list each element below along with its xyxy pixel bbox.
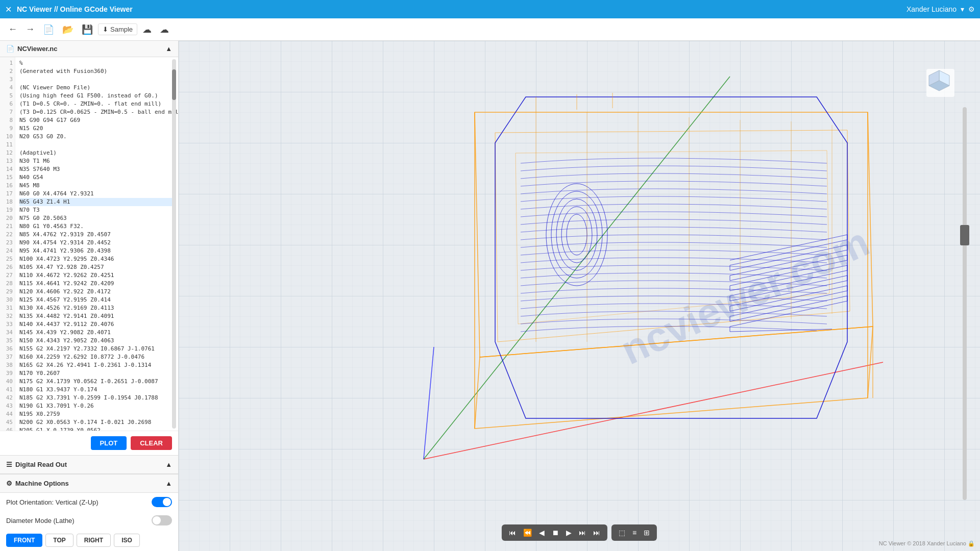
view-btn-top[interactable]: TOP — [45, 534, 73, 547]
line-numbers: 1234567891011121314151617181920212223242… — [0, 57, 15, 431]
clear-button[interactable]: CLEAR — [131, 436, 172, 450]
step-back-button[interactable]: ⏪ — [520, 527, 535, 539]
skip-start-button[interactable]: ⏮ — [506, 527, 519, 539]
play-button[interactable]: ▶ — [563, 527, 575, 539]
back-button[interactable]: ← — [5, 22, 20, 37]
step-forward-button[interactable]: ⏭ — [576, 527, 589, 539]
machine-options-label: Machine Options — [15, 480, 69, 487]
diameter-mode-toggle[interactable] — [152, 515, 172, 525]
forward-button[interactable]: → — [22, 22, 38, 37]
code-line: N105 X4.47 Y2.928 Z0.4257 — [19, 263, 174, 271]
code-line: (T3 D=0.125 CR=0.0625 - ZMIN=0.5 - ball … — [19, 108, 174, 116]
titlebar: ✕ NC Viewer // Online GCode Viewer Xande… — [0, 0, 980, 18]
line-number: 1 — [4, 59, 13, 67]
line-number: 11 — [4, 141, 13, 149]
code-line: N80 G1 Y0.4563 F32. — [19, 222, 174, 231]
code-line: N185 G2 X3.7391 Y-0.2599 I-0.1954 J0.178… — [19, 394, 174, 402]
code-line: N195 X0.2759 — [19, 410, 174, 418]
code-line: N60 G0 X4.4764 Y2.9321 — [19, 190, 174, 198]
plot-orientation-toggle[interactable] — [152, 497, 172, 507]
line-number: 5 — [4, 92, 13, 100]
code-line: N145 X4.439 Y2.9082 Z0.4071 — [19, 329, 174, 337]
code-line — [19, 76, 174, 84]
machine-options-collapse-icon[interactable]: ▲ — [165, 480, 172, 487]
toolbar: ← → 📄 📂 💾 ⬇ Sample ☁ ☁ — [0, 18, 980, 41]
code-line: N35 S7640 M3 — [19, 165, 174, 173]
collapse-code-icon[interactable]: ▲ — [165, 45, 172, 53]
line-number: 37 — [4, 353, 13, 361]
3d-cube-widget[interactable] — [924, 66, 954, 97]
skip-end-button[interactable]: ⏭ — [590, 527, 603, 539]
view-btn-front[interactable]: FRONT — [6, 534, 42, 547]
machine-options-icon: ⚙ — [6, 480, 12, 487]
plot-orientation-label: Plot Orientation: Vertical (Z-Up) — [6, 498, 99, 506]
view-btn-iso[interactable]: ISO — [114, 534, 140, 547]
svg-rect-1 — [179, 41, 980, 551]
viewport[interactable]: ncviewer.com — [179, 41, 980, 551]
cloud1-button[interactable]: ☁ — [139, 22, 155, 37]
main-layout: 📄 NCViewer.nc ▲ 123456789101112131415161… — [0, 41, 980, 551]
code-line — [19, 141, 174, 149]
line-number: 10 — [4, 133, 13, 141]
copyright: NC Viewer © 2018 Xander Luciano 🔒 — [879, 540, 975, 547]
grid-view-button[interactable]: ⊞ — [641, 527, 653, 539]
line-number: 46 — [4, 427, 13, 431]
zoom-track[interactable] — [963, 107, 967, 500]
view-buttons-row: FRONTTOPRIGHTISO — [0, 530, 178, 551]
view-type-controls: ⬚ ≡ ⊞ — [611, 524, 657, 541]
line-number: 24 — [4, 247, 13, 255]
line-number: 34 — [4, 329, 13, 337]
settings-icon[interactable]: ⚙ — [968, 5, 975, 13]
close-icon[interactable]: ✕ — [5, 5, 12, 14]
view-btn-right[interactable]: RIGHT — [77, 534, 111, 547]
machine-options-header[interactable]: ⚙ Machine Options ▲ — [0, 474, 178, 493]
code-line: N30 T1 M6 — [19, 157, 174, 165]
stop-button[interactable]: ⏹ — [549, 527, 562, 539]
save-button[interactable]: 💾 — [79, 22, 96, 37]
list-view-button[interactable]: ≡ — [629, 527, 640, 539]
code-line: N205 G1 X-0.1739 Y0.0562 — [19, 427, 174, 431]
line-number: 44 — [4, 410, 13, 418]
code-editor-header[interactable]: 📄 NCViewer.nc ▲ — [0, 41, 178, 57]
code-line: N190 G1 X3.7091 Y-0.26 — [19, 402, 174, 410]
code-line: N150 X4.4343 Y2.9052 Z0.4063 — [19, 337, 174, 345]
code-line: N115 X4.4641 Y2.9242 Z0.4209 — [19, 280, 174, 288]
line-number: 32 — [4, 312, 13, 320]
code-line: N130 X4.4526 Y2.9169 Z0.4113 — [19, 304, 174, 312]
dro-icon: ☰ — [6, 461, 12, 468]
dro-label: Digital Read Out — [15, 461, 67, 468]
plot-button[interactable]: PLOT — [91, 436, 127, 450]
line-number: 8 — [4, 116, 13, 124]
user-chevron-icon[interactable]: ▾ — [961, 5, 964, 13]
dro-collapse-icon[interactable]: ▲ — [165, 461, 172, 468]
line-number: 27 — [4, 271, 13, 280]
play-back-button[interactable]: ◀ — [536, 527, 548, 539]
wireframe-button[interactable]: ⬚ — [616, 527, 628, 539]
code-content[interactable]: %(Generated with Fusion360) (NC Viewer D… — [15, 57, 178, 431]
sample-button[interactable]: ⬇ Sample — [98, 23, 137, 35]
line-number: 14 — [4, 165, 13, 173]
line-number: 18 — [4, 198, 13, 206]
line-number: 13 — [4, 157, 13, 165]
line-number: 15 — [4, 173, 13, 182]
new-file-button[interactable]: 📄 — [40, 22, 57, 37]
line-number: 2 — [4, 67, 13, 76]
filename: NCViewer.nc — [17, 45, 58, 53]
code-line: N100 X4.4723 Y2.9295 Z0.4346 — [19, 255, 174, 263]
code-line: N90 X4.4754 Y2.9314 Z0.4452 — [19, 239, 174, 247]
cloud2-button[interactable]: ☁ — [157, 22, 172, 37]
line-number: 42 — [4, 394, 13, 402]
code-line: N120 X4.4606 Y2.922 Z0.4172 — [19, 288, 174, 296]
zoom-handle[interactable] — [960, 225, 969, 245]
user-label: Xander Luciano — [906, 5, 957, 13]
dro-header[interactable]: ☰ Digital Read Out ▲ — [0, 456, 178, 474]
plot-orientation-row: Plot Orientation: Vertical (Z-Up) — [0, 493, 178, 511]
code-area[interactable]: 1234567891011121314151617181920212223242… — [0, 57, 178, 431]
gcode-visualization: ncviewer.com — [179, 41, 980, 551]
code-line: N180 G1 X3.9437 Y-0.174 — [19, 386, 174, 394]
open-file-button[interactable]: 📂 — [59, 22, 77, 37]
zoom-slider[interactable] — [960, 107, 970, 500]
code-line: N160 X4.2259 Y2.6292 I0.8772 J-0.0476 — [19, 353, 174, 361]
line-number: 9 — [4, 124, 13, 133]
code-line: (Using high feed G1 F500. instead of G0.… — [19, 92, 174, 100]
